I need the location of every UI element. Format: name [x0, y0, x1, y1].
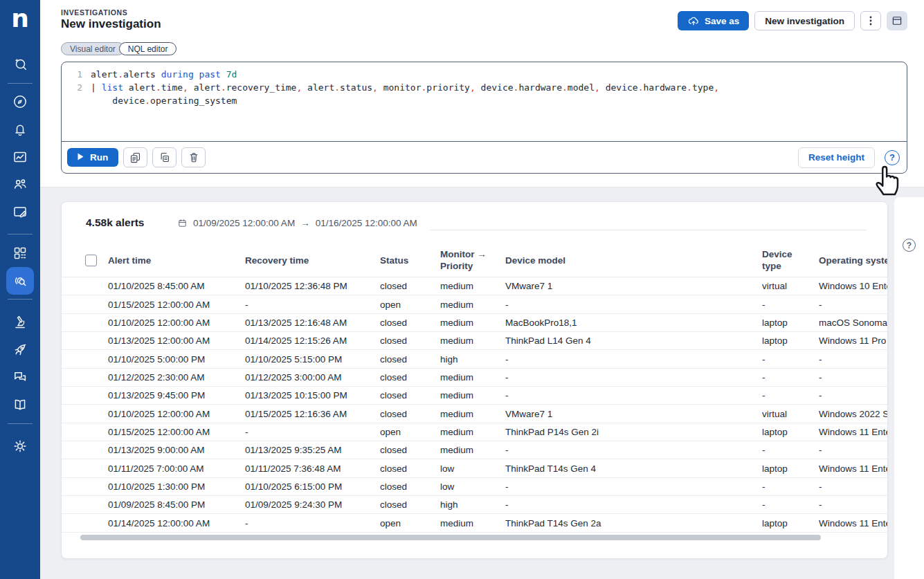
sidebar-divider — [8, 299, 33, 300]
cell: virtual — [762, 409, 819, 419]
cell: 01/10/2025 12:00:00 AM — [108, 409, 245, 419]
cell: 01/15/2025 12:16:36 AM — [245, 409, 380, 419]
toggle-panel-button[interactable] — [887, 11, 907, 30]
column-header[interactable]: Devicetype — [762, 248, 819, 272]
sidebar-divider — [8, 234, 33, 235]
cell: - — [762, 481, 819, 492]
table-row[interactable]: 01/09/2025 8:45:00 PM01/09/2025 9:24:30 … — [62, 496, 887, 514]
cell: 01/13/2025 9:45:00 PM — [108, 390, 245, 401]
reset-height-button[interactable]: Reset height — [798, 147, 875, 168]
table-row[interactable]: 01/10/2025 8:45:00 AM01/10/2025 12:36:48… — [62, 277, 887, 295]
table-row[interactable]: 01/15/2025 12:00:00 AM-openmedium--- — [62, 295, 887, 313]
cell: open — [380, 300, 440, 310]
cell: VMware7 1 — [505, 281, 762, 291]
ai-search-icon[interactable] — [12, 55, 28, 72]
editor-mode-toggle: Visual editor NQL editor — [61, 42, 176, 55]
nql-code-input[interactable]: 1alert.alerts during past 7d2| list aler… — [62, 62, 907, 141]
editor-toolbar: Run Reset height ? — [62, 141, 907, 173]
cell: ThinkPad L14 Gen 4 — [505, 336, 762, 346]
rocket-icon[interactable] — [12, 342, 28, 358]
cell: Windows 11 Ente — [819, 518, 887, 529]
cell: 01/13/2025 12:16:48 AM — [245, 318, 380, 328]
documentation-book-icon[interactable] — [12, 396, 28, 413]
cell: 01/12/2025 2:30:00 AM — [108, 372, 245, 383]
cell: medium — [440, 281, 505, 291]
cell: 01/13/2025 10:15:00 PM — [245, 390, 380, 401]
cell: - — [505, 354, 762, 365]
cell: medium — [440, 518, 505, 529]
cell: medium — [440, 409, 505, 419]
editor-help-button[interactable]: ? — [885, 150, 900, 165]
cell: closed — [380, 336, 440, 346]
sidebar-divider — [8, 423, 33, 424]
cell: closed — [380, 499, 440, 510]
table-row[interactable]: 01/10/2025 12:00:00 AM01/15/2025 12:16:3… — [62, 405, 887, 423]
duplicate-icon — [158, 151, 171, 164]
cell: closed — [380, 354, 440, 365]
lab-microscope-icon[interactable] — [12, 314, 28, 331]
table-row[interactable]: 01/13/2025 12:00:00 AM01/14/2025 12:15:2… — [62, 332, 887, 350]
cell: 01/11/2025 7:36:48 AM — [245, 463, 380, 474]
cell: macOS Sonoma — [819, 318, 887, 328]
cell: medium — [440, 390, 505, 401]
cell: low — [440, 481, 505, 492]
select-all-checkbox[interactable] — [85, 255, 97, 266]
cell: laptop — [762, 336, 819, 346]
nql-editor-tab[interactable]: NQL editor — [119, 42, 177, 55]
nexthink-logo[interactable]: n — [0, 4, 40, 33]
more-options-button[interactable] — [860, 11, 881, 30]
column-header[interactable]: Monitor →Priority — [440, 248, 505, 272]
dashboards-icon[interactable] — [12, 149, 28, 165]
cell: high — [440, 354, 505, 365]
cell: ThinkPad T14s Gen 4 — [505, 463, 762, 474]
table-row[interactable]: 01/10/2025 5:00:00 PM01/10/2025 5:15:00 … — [62, 350, 887, 368]
notifications-bell-icon[interactable] — [12, 121, 28, 138]
cell: - — [245, 300, 380, 310]
table-row[interactable]: 01/12/2025 2:30:00 AM01/12/2025 3:00:00 … — [62, 369, 887, 387]
settings-gear-icon[interactable] — [12, 438, 28, 454]
duplicate-query-button[interactable] — [152, 147, 176, 167]
cell: - — [505, 499, 762, 510]
visual-editor-tab[interactable]: Visual editor — [61, 42, 125, 55]
compass-icon[interactable] — [12, 93, 28, 110]
run-button[interactable]: Run — [67, 148, 118, 167]
cell: open — [380, 427, 440, 437]
date-end: 01/16/2025 12:00:00 AM — [316, 218, 417, 228]
cell: 01/13/2025 9:00:00 AM — [108, 445, 245, 455]
column-header[interactable]: Alert time — [108, 255, 245, 266]
cloud-upload-icon — [687, 15, 700, 26]
table-row[interactable]: 01/10/2025 12:00:00 AM01/13/2025 12:16:4… — [62, 314, 887, 332]
column-header[interactable]: Operating syste — [819, 255, 887, 266]
cell: 01/10/2025 12:00:00 AM — [108, 318, 245, 328]
table-row[interactable]: 01/10/2025 1:30:00 PM01/10/2025 6:15:00 … — [62, 478, 887, 496]
applications-grid-icon[interactable] — [12, 245, 28, 261]
cell: - — [819, 390, 887, 401]
play-icon — [78, 152, 84, 163]
table-row[interactable]: 01/13/2025 9:45:00 PM01/13/2025 10:15:00… — [62, 387, 887, 405]
table-row[interactable]: 01/11/2025 7:00:00 AM01/11/2025 7:36:48 … — [62, 459, 887, 477]
cell: closed — [380, 372, 440, 383]
horizontal-scrollbar[interactable] — [80, 535, 821, 540]
delete-query-button[interactable] — [181, 147, 206, 167]
table-row[interactable]: 01/15/2025 12:00:00 AM-openmediumThinkPa… — [62, 423, 887, 441]
cell: - — [505, 300, 762, 310]
panel-help-button[interactable]: ? — [903, 239, 916, 252]
date-range[interactable]: 01/09/2025 12:00:00 AM → 01/16/2025 12:0… — [177, 218, 417, 228]
workforce-search-icon[interactable] — [12, 176, 28, 192]
copy-query-button[interactable] — [123, 147, 147, 167]
new-investigation-button[interactable]: New investigation — [754, 11, 855, 30]
sidebar-divider — [8, 83, 33, 84]
column-header[interactable]: Device model — [505, 255, 762, 266]
column-header[interactable]: Status — [380, 255, 440, 266]
table-header: Alert timeRecovery timeStatusMonitor →Pr… — [62, 243, 887, 277]
cell: - — [819, 499, 887, 510]
cell: Windows 11 Pro — [819, 336, 887, 346]
table-row[interactable]: 01/13/2025 9:00:00 AM01/13/2025 9:35:25 … — [62, 441, 887, 459]
save-as-button[interactable]: Save as — [678, 11, 749, 30]
feedback-chat-icon[interactable] — [12, 369, 28, 385]
table-row[interactable]: 01/14/2025 12:00:00 AM-openmediumThinkPa… — [62, 514, 887, 532]
save-as-label: Save as — [705, 16, 739, 26]
investigations-icon[interactable] — [12, 273, 28, 289]
column-header[interactable]: Recovery time — [245, 255, 380, 266]
content-compose-icon[interactable] — [12, 203, 28, 220]
